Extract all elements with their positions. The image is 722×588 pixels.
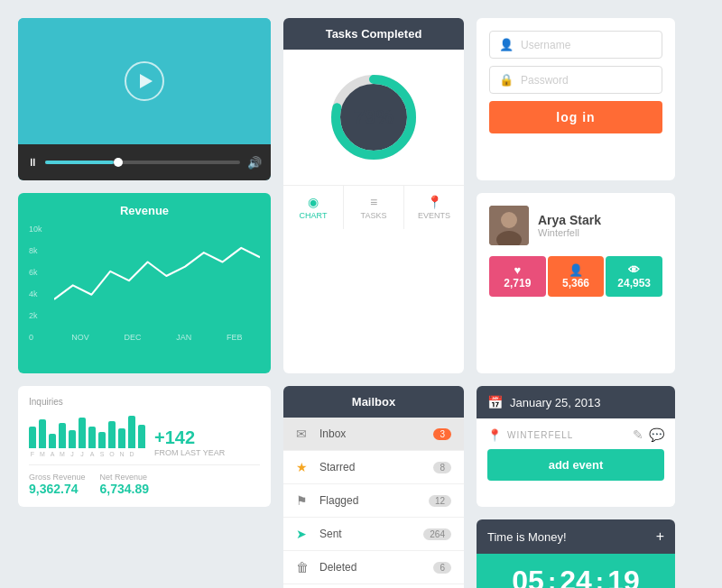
timer-title: Time is Money! — [487, 530, 567, 544]
profile-info: Arya Stark Winterfell — [489, 206, 662, 245]
flagged-icon: ⚑ — [296, 493, 310, 508]
bar-item — [98, 432, 106, 448]
mail-flagged[interactable]: ⚑ Flagged 12 — [283, 484, 464, 518]
bar-item — [138, 425, 145, 448]
progress-fill — [45, 161, 114, 164]
starred-label: Starred — [319, 461, 433, 473]
bar-item — [108, 421, 116, 448]
chat-icon[interactable]: 💬 — [649, 427, 664, 442]
inquiries-section: Inquiries F — [18, 386, 271, 507]
mail-starred[interactable]: ★ Starred 8 — [283, 451, 464, 484]
event-card: 📅 January 25, 2013 📍 WINTERFELL ✎ 💬 add … — [477, 386, 675, 507]
minutes-block: 24 MIN — [560, 566, 592, 588]
inquiry-sub-label: FROM LAST YEAR — [154, 448, 225, 457]
views-stat[interactable]: 👁 24,953 — [606, 256, 662, 297]
mail-sent[interactable]: ➤ Sent 264 — [283, 518, 464, 551]
events-tab-icon: 📍 — [408, 195, 460, 209]
views-icon: 👁 — [609, 263, 659, 277]
profile-text: Arya Stark Winterfell — [538, 213, 601, 238]
net-revenue-label: Net Revenue — [100, 473, 150, 482]
bar-item — [29, 427, 36, 448]
login-button[interactable]: log in — [489, 101, 662, 133]
event-actions: ✎ 💬 — [633, 427, 664, 442]
likes-count: 2,719 — [493, 277, 542, 289]
chart-tab-icon: ◉ — [287, 195, 339, 209]
mailbox-more[interactable]: More ∨ — [283, 584, 464, 588]
minutes-value: 24 — [560, 566, 592, 588]
tab-events[interactable]: 📍 EVENTS — [404, 186, 464, 229]
location-pin-icon: 📍 — [487, 428, 502, 442]
video-controls: ⏸ 🔊 — [18, 144, 271, 180]
tab-tasks[interactable]: ≡ TASKS — [344, 186, 404, 229]
event-location: WINTERFELL — [507, 430, 627, 440]
seconds-block: 19 SEC — [607, 566, 640, 588]
events-tab-label: EVENTS — [418, 211, 450, 220]
play-button[interactable] — [125, 61, 164, 101]
hours-value: 05 — [512, 566, 544, 588]
revenue-chart: Revenue 10k 8k 6k 4k 2k 0 NOV DEC JAN FE… — [18, 193, 271, 373]
event-header: 📅 January 25, 2013 — [477, 386, 675, 418]
hours-block: 05 HOUR — [512, 566, 544, 588]
lock-icon: 🔒 — [499, 73, 514, 87]
password-placeholder: Password — [521, 74, 569, 87]
sent-icon: ➤ — [296, 527, 310, 541]
heart-icon: ♥ — [493, 263, 542, 277]
bar-item — [118, 428, 125, 448]
percent-symbol: % — [375, 106, 393, 128]
gross-revenue-value: 9,362.74 — [29, 482, 86, 496]
tasks-tab-icon: ≡ — [347, 195, 400, 209]
event-body: 📍 WINTERFELL ✎ 💬 add event — [477, 418, 675, 490]
gross-revenue: Gross Revenue 9,362.74 — [29, 473, 86, 496]
avatar — [489, 206, 529, 245]
username-placeholder: Username — [521, 39, 570, 51]
timer-sep-1: : — [548, 567, 556, 588]
flagged-badge: 12 — [429, 495, 451, 507]
tasks-tabs: ◉ CHART ≡ TASKS 📍 EVENTS — [283, 185, 464, 229]
tasks-card: Tasks Completed 79% ◉ CHART ≡ TASKS — [283, 18, 464, 373]
sent-badge: 264 — [423, 528, 451, 540]
bar-item — [39, 419, 46, 448]
bar-item — [88, 427, 96, 448]
donut-chart: 79% — [324, 68, 423, 167]
likes-stat[interactable]: ♥ 2,719 — [489, 256, 546, 297]
net-revenue: Net Revenue 6,734.89 — [100, 473, 150, 496]
bar-item — [69, 430, 76, 448]
timer-body: 05 HOUR : 24 MIN : 19 SEC — [477, 554, 675, 588]
revenue-row: Gross Revenue 9,362.74 Net Revenue 6,734… — [29, 464, 260, 496]
profile-card: Arya Stark Winterfell ♥ 2,719 👤 5,366 👁 … — [477, 193, 675, 373]
tasks-tab-label: TASKS — [361, 211, 387, 220]
gross-revenue-label: Gross Revenue — [29, 473, 86, 482]
chart-title: Revenue — [29, 204, 260, 217]
event-location-row: 📍 WINTERFELL ✎ 💬 — [487, 427, 664, 442]
avatar-image — [489, 206, 529, 245]
inquiry-stat-block: +142 FROM LAST YEAR — [154, 427, 225, 457]
pause-button[interactable]: ⏸ — [27, 156, 38, 169]
timer-header: Time is Money! + — [477, 519, 675, 554]
password-field[interactable]: 🔒 Password — [489, 66, 662, 94]
seconds-value: 19 — [607, 566, 640, 588]
followers-stat[interactable]: 👤 5,366 — [548, 256, 605, 297]
mail-inbox[interactable]: ✉ Inbox 3 — [283, 418, 464, 451]
login-panel: 👤 Username 🔒 Password log in — [477, 18, 675, 180]
timer-plus-button[interactable]: + — [656, 528, 664, 545]
deleted-icon: 🗑 — [296, 560, 310, 574]
calendar-icon: 📅 — [487, 395, 503, 409]
video-progress-bar[interactable] — [45, 161, 240, 164]
mailbox-card: Mailbox ✉ Inbox 3 ★ Starred 8 ⚑ Flagged … — [283, 386, 464, 588]
mail-deleted[interactable]: 🗑 Deleted 6 — [283, 551, 464, 584]
profile-subtitle: Winterfell — [538, 227, 601, 238]
bar-item — [128, 416, 135, 448]
user-icon: 👤 — [499, 38, 514, 51]
donut-percent-label: 79% — [354, 106, 393, 129]
progress-dot — [114, 158, 123, 167]
tab-chart[interactable]: ◉ CHART — [283, 186, 344, 229]
profile-stats: ♥ 2,719 👤 5,366 👁 24,953 — [489, 256, 662, 297]
bar-chart-row — [29, 412, 145, 448]
edit-icon[interactable]: ✎ — [633, 427, 643, 442]
inbox-icon: ✉ — [296, 427, 310, 441]
add-event-button[interactable]: add event — [487, 449, 664, 481]
volume-icon[interactable]: 🔊 — [247, 156, 262, 170]
username-field[interactable]: 👤 Username — [489, 31, 662, 59]
deleted-badge: 6 — [433, 562, 451, 574]
video-player: ⏸ 🔊 — [18, 18, 271, 180]
